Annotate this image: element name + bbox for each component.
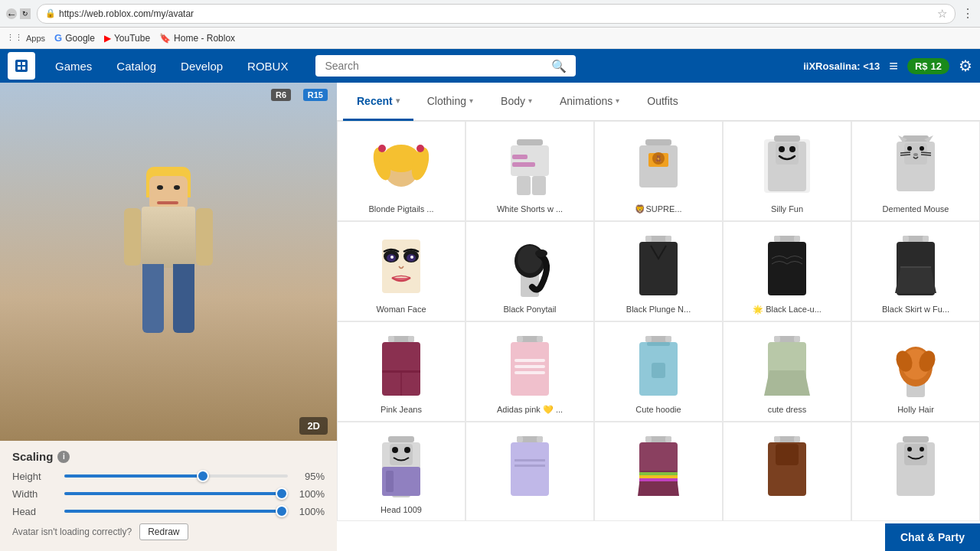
robux-badge[interactable]: R$ 12: [907, 58, 949, 74]
tab-body[interactable]: Body ▾: [487, 83, 546, 121]
scaling-panel: Scaling i Height 95% Width: [0, 441, 337, 551]
url-text: https://web.roblox.com/my/avatar: [59, 8, 194, 19]
width-slider[interactable]: [64, 492, 288, 497]
svg-line-33: [900, 152, 910, 153]
nav-robux[interactable]: ROBUX: [235, 49, 300, 83]
svg-rect-14: [512, 162, 535, 167]
svg-rect-119: [776, 444, 799, 465]
tab-clothing[interactable]: Clothing ▾: [413, 83, 487, 121]
roblox-logo[interactable]: [8, 52, 35, 80]
browser-controls: ← ↻: [6, 8, 31, 19]
r15-badge[interactable]: R15: [303, 89, 328, 101]
item-adidas-pink[interactable]: Adidas pink 💛 ...: [466, 321, 594, 422]
item-17[interactable]: [466, 422, 594, 521]
item-thumbnail: [877, 429, 954, 505]
item-cute-hoodie[interactable]: Cute hoodie: [594, 321, 723, 422]
item-supra[interactable]: 🧸 🦁SUPRE...: [594, 121, 723, 221]
svg-point-45: [390, 256, 394, 259]
avatar-arm-right: [196, 208, 213, 266]
item-thumbnail: [877, 228, 954, 305]
item-name: Black Ponytail: [503, 305, 556, 314]
item-blonde-pigtails[interactable]: Blonde Pigtails ...: [337, 121, 466, 221]
youtube-bookmark[interactable]: ▶ YouTube: [104, 33, 150, 44]
item-pink-jeans[interactable]: Pink Jeans: [337, 321, 466, 422]
avatar-error-row: Avatar isn't loading correctly? Redraw: [12, 523, 325, 540]
nav-games[interactable]: Games: [43, 49, 104, 83]
twod-badge[interactable]: 2D: [299, 417, 328, 435]
star-icon[interactable]: ☆: [937, 7, 947, 21]
avatar-arm-left: [124, 208, 141, 266]
item-silly-fun[interactable]: Silly Fun: [723, 121, 851, 221]
item-name: Pink Jeans: [381, 405, 422, 414]
item-20[interactable]: [851, 422, 980, 521]
width-label: Width: [12, 488, 58, 500]
svg-point-98: [392, 447, 398, 453]
apps-bookmark[interactable]: ⋮⋮ Apps: [6, 33, 45, 43]
nav-catalog[interactable]: Catalog: [104, 49, 168, 83]
tab-recent[interactable]: Recent ▾: [343, 83, 413, 121]
item-18[interactable]: [594, 422, 723, 521]
item-name: 🌟 Black Lace-u...: [753, 305, 822, 315]
avatar-preview: R6 R15 2D: [0, 83, 337, 441]
nav-items: Games Catalog Develop ROBUX: [43, 49, 300, 83]
redraw-button[interactable]: Redraw: [139, 523, 188, 540]
item-thumbnail: [877, 128, 954, 204]
item-black-skirt[interactable]: Black Skirt w Fu...: [851, 221, 980, 321]
height-slider[interactable]: [64, 474, 288, 479]
bookmarks-bar: ⋮⋮ Apps G Google ▶ YouTube 🔖 Home - Robl…: [0, 28, 980, 49]
svg-rect-118: [794, 436, 800, 442]
svg-point-46: [410, 256, 413, 259]
svg-rect-12: [511, 145, 549, 176]
item-black-plunge[interactable]: Black Plunge N...: [594, 221, 723, 321]
svg-point-26: [779, 146, 785, 152]
chat-party-button[interactable]: Chat & Party: [885, 523, 980, 551]
refresh-button[interactable]: ↻: [20, 8, 31, 19]
tab-outfits[interactable]: Outfits: [633, 83, 691, 121]
svg-rect-117: [774, 436, 780, 442]
item-thumbnail: [492, 328, 568, 405]
item-19[interactable]: [723, 422, 851, 521]
svg-rect-67: [408, 336, 414, 342]
address-bar[interactable]: 🔒 https://web.roblox.com/my/avatar ☆: [37, 4, 956, 24]
back-button[interactable]: ←: [6, 8, 17, 19]
svg-rect-110: [645, 436, 652, 442]
apps-icon: ⋮⋮: [6, 33, 23, 43]
item-holly-hair[interactable]: Holly Hair: [851, 321, 980, 422]
r6-badge[interactable]: R6: [271, 89, 291, 101]
avatar-body: [142, 207, 195, 268]
home-roblox-bookmark[interactable]: 🔖 Home - Roblox: [159, 33, 235, 44]
item-black-lace[interactable]: 🌟 Black Lace-u...: [723, 221, 851, 321]
nav-develop[interactable]: Develop: [168, 49, 235, 83]
search-input[interactable]: [315, 55, 576, 77]
item-cute-dress[interactable]: cute dress: [723, 321, 851, 422]
head-slider[interactable]: [64, 510, 288, 514]
items-scroll-area[interactable]: Blonde Pigtails ... Whit: [337, 121, 980, 551]
menu-button[interactable]: ⋮: [962, 6, 974, 21]
google-icon: G: [54, 32, 62, 44]
recent-arrow-icon: ▾: [396, 96, 400, 105]
search-button[interactable]: 🔍: [551, 59, 567, 73]
google-bookmark[interactable]: G Google: [54, 32, 95, 44]
item-thumbnail: [492, 429, 568, 505]
item-white-shorts[interactable]: White Shorts w ...: [466, 121, 594, 221]
item-woman-face[interactable]: Woman Face: [337, 221, 466, 321]
item-thumbnail: [749, 429, 825, 505]
items-grid: Blonde Pigtails ... Whit: [337, 121, 980, 521]
svg-rect-4: [22, 67, 25, 70]
notifications-button[interactable]: ≡: [889, 57, 898, 75]
category-tabs: Recent ▾ Clothing ▾ Body ▾ Animations ▾ …: [337, 83, 980, 121]
settings-button[interactable]: ⚙: [959, 57, 972, 75]
info-icon[interactable]: i: [57, 451, 70, 463]
item-black-ponytail[interactable]: Black Ponytail: [466, 221, 594, 321]
animations-arrow-icon: ▾: [616, 96, 619, 105]
svg-rect-58: [794, 236, 800, 242]
item-demented-mouse[interactable]: Demented Mouse: [851, 121, 980, 221]
svg-rect-111: [665, 436, 671, 442]
svg-rect-104: [517, 436, 523, 442]
tab-animations[interactable]: Animations ▾: [546, 83, 633, 121]
svg-rect-82: [665, 336, 671, 342]
item-thumbnail: [749, 128, 825, 204]
item-head-1009[interactable]: Head 1009: [337, 422, 466, 521]
svg-point-99: [404, 447, 410, 453]
svg-rect-0: [15, 60, 28, 72]
